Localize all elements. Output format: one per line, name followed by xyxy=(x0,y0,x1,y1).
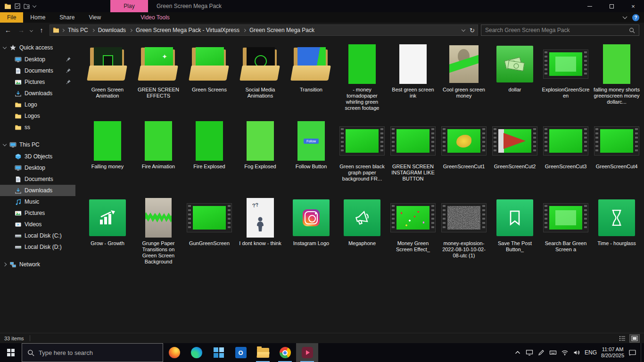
file-tile-search-bar-green-screen-a[interactable]: Search Bar Green Screen a xyxy=(540,195,591,272)
up-button[interactable]: ↑ xyxy=(36,26,47,34)
breadcrumb-parent-folder[interactable]: Green Screen Mega Pack - VirtualXpress xyxy=(133,27,242,33)
file-tile-greenscreencut3[interactable]: GreenScreenCut3 xyxy=(540,118,591,195)
file-tile-green-screen-black-graph-paper-background-fr[interactable]: Green screen black graph paper backgroun… xyxy=(337,118,388,195)
file-tile-greenscreencut4[interactable]: GreenScreenCut4 xyxy=(591,118,642,195)
file-tile-save-the-post-button[interactable]: Save The Post Button_ xyxy=(489,195,540,272)
file-tile-follow-button[interactable]: FollowFollow Button xyxy=(286,118,337,195)
ribbon-collapse-chevron-icon[interactable] xyxy=(623,15,627,19)
sidebar-item-downloads[interactable]: Downloads xyxy=(0,185,75,196)
sidebar-item-downloads[interactable]: Downloads xyxy=(0,88,75,99)
ribbon-tab-file[interactable]: File xyxy=(0,12,23,23)
file-tile-green-screen-effects[interactable]: ✦GREEN SCREEN EFFECTS xyxy=(133,41,184,118)
chevron-down-icon[interactable] xyxy=(3,142,7,146)
start-button[interactable] xyxy=(0,343,22,362)
monitor-icon[interactable] xyxy=(526,349,533,356)
contextual-tab-play[interactable]: Play xyxy=(110,0,148,12)
sidebar-item-videos[interactable]: Videos xyxy=(0,219,75,230)
sidebar-item-ss[interactable]: ss xyxy=(0,122,75,133)
file-tile-cool-green-screen-money[interactable]: Cool green screen money xyxy=(438,41,489,118)
qat-new-folder-icon[interactable] xyxy=(24,4,30,9)
action-center-icon[interactable] xyxy=(628,349,636,356)
sidebar-section-network[interactable]: Network xyxy=(0,258,75,271)
file-tile-grunge-paper-transitions-on-green-screen-background[interactable]: Grunge Paper Transitions on Green Screen… xyxy=(133,195,184,272)
sidebar-item-desktop[interactable]: Desktop xyxy=(0,162,75,173)
taskbar-app-outlook[interactable]: O xyxy=(230,343,252,362)
file-tile-grow-growth[interactable]: Grow - Growth xyxy=(82,195,133,272)
file-tile-greenscreencut2[interactable]: GreenScreenCut2 xyxy=(489,118,540,195)
file-tile-time-hourglass[interactable]: Time - hourglass xyxy=(591,195,642,272)
taskbar-app-chrome[interactable] xyxy=(274,343,296,362)
file-tile-megaphone[interactable]: Megaphone xyxy=(337,195,388,272)
help-icon[interactable]: ? xyxy=(632,14,639,21)
file-tile-i-dont-know-think[interactable]: ??I dont know - think xyxy=(235,195,286,272)
file-tile-explosiongreenscreen[interactable]: ExplosionGreenScreen xyxy=(540,41,591,118)
minimize-button[interactable] xyxy=(579,0,601,12)
breadcrumb-this-pc[interactable]: This PC xyxy=(66,27,91,33)
show-desktop-button[interactable] xyxy=(641,343,643,362)
file-tile-green-screens[interactable]: Green Screens xyxy=(184,41,235,118)
taskbar-app-file-explorer[interactable] xyxy=(252,343,274,362)
sidebar-section-quick-access[interactable]: Quick access xyxy=(0,41,75,54)
ribbon-tab-view[interactable]: View xyxy=(82,12,108,23)
history-chevron-icon[interactable] xyxy=(30,28,33,32)
clock[interactable]: 11:07 AM 8/20/2025 xyxy=(601,346,624,359)
file-tile-social-media-animations[interactable]: Social Media Animations xyxy=(235,41,286,118)
file-tile-money-explosion-2022-08-10-10-02-08-utc-1[interactable]: money-explosion-2022-08-10-10-02-08-utc … xyxy=(438,195,489,272)
refresh-icon[interactable]: ↻ xyxy=(470,27,475,34)
file-tile-fire-explosed[interactable]: Fire Explosed xyxy=(184,118,235,195)
keyboard-icon[interactable] xyxy=(549,349,557,356)
thumbnails-view-button[interactable] xyxy=(629,334,640,343)
taskbar-app-app-grid[interactable] xyxy=(207,343,230,362)
volume-icon[interactable] xyxy=(573,349,580,356)
sidebar-item-desktop[interactable]: Desktop xyxy=(0,54,75,65)
taskbar-search-input[interactable] xyxy=(39,349,157,356)
qat-customize-chevron-icon[interactable] xyxy=(33,3,36,7)
chevron-down-icon[interactable] xyxy=(3,45,7,49)
ribbon-tab-home[interactable]: Home xyxy=(23,12,52,23)
file-tile-money-tornadopaper-whirling-green-screen-footage[interactable]: - money tornadopaper whirling green scre… xyxy=(337,41,388,118)
file-tile-green-screen-instagram-like-button[interactable]: GREEN SCREEN INSTAGRAM LIKE BUTTON xyxy=(388,118,438,195)
sidebar-item-local-disk-d[interactable]: Local Disk (D:) xyxy=(0,241,75,253)
address-dropdown-chevron-icon[interactable] xyxy=(462,28,465,32)
file-tile-dollar[interactable]: dollar xyxy=(489,41,540,118)
sidebar-item-local-disk-c[interactable]: Local Disk (C:) xyxy=(0,230,75,241)
sidebar-item-pictures[interactable]: Pictures xyxy=(0,76,75,88)
breadcrumb-current-folder[interactable]: Green Screen Mega Pack xyxy=(247,27,317,33)
file-tile-transition[interactable]: Transition xyxy=(286,41,337,118)
file-tile-fog-explosed[interactable]: Fog Explosed xyxy=(235,118,286,195)
file-tile-best-green-screen-ink[interactable]: Best green screen ink xyxy=(388,41,438,118)
sidebar-item-logo[interactable]: Logo xyxy=(0,99,75,110)
wifi-icon[interactable] xyxy=(561,349,569,356)
pen-icon[interactable] xyxy=(537,349,545,356)
explorer-search-input[interactable] xyxy=(485,27,629,33)
sidebar-item-documents[interactable]: Documents xyxy=(0,65,75,76)
file-tile-fire-animation[interactable]: Fire Animation xyxy=(133,118,184,195)
forward-button[interactable]: → xyxy=(16,26,26,34)
file-tile-instagram-logo[interactable]: Instagram Logo xyxy=(286,195,337,272)
chevron-right-icon[interactable] xyxy=(3,263,7,266)
sidebar-item-pictures[interactable]: Pictures xyxy=(0,207,75,219)
taskbar-app-edge[interactable] xyxy=(185,343,207,362)
sidebar-item-3d-objects[interactable]: 3D Objects xyxy=(0,151,75,162)
ribbon-tab-video-tools[interactable]: Video Tools xyxy=(133,12,177,23)
sidebar-item-music[interactable]: Music xyxy=(0,196,75,207)
sidebar-item-logos[interactable]: Logos xyxy=(0,110,75,122)
sidebar-item-documents[interactable]: Documents xyxy=(0,173,75,185)
file-tile-falling-money-shorts-greenscreen-money-dollarc[interactable]: falling money shorts greenscreen money d… xyxy=(591,41,642,118)
sidebar-section-this-pc[interactable]: This PC xyxy=(0,139,75,151)
breadcrumb-downloads[interactable]: Downloads xyxy=(96,27,128,33)
taskbar-app-media-player[interactable] xyxy=(296,343,318,362)
details-view-button[interactable] xyxy=(617,334,627,343)
close-button[interactable]: × xyxy=(622,0,644,12)
taskbar-app-firefox[interactable] xyxy=(163,343,185,362)
file-tile-money-green-screen-effect[interactable]: Money Green Screen Effect_ xyxy=(388,195,438,272)
file-tile-green-screen-animation[interactable]: Green Screen Animation xyxy=(82,41,133,118)
maximize-button[interactable] xyxy=(601,0,622,12)
chevron-up-icon[interactable] xyxy=(514,349,521,356)
ribbon-tab-share[interactable]: Share xyxy=(52,12,82,23)
file-tile-greenscreencut1[interactable]: GreenScreenCut1 xyxy=(438,118,489,195)
back-button[interactable]: ← xyxy=(3,26,13,34)
file-tile-falling-money[interactable]: Falling money xyxy=(82,118,133,195)
qat-properties-icon[interactable] xyxy=(15,3,20,9)
file-tile-gungreenscreen[interactable]: GunGreenScreen xyxy=(184,195,235,272)
